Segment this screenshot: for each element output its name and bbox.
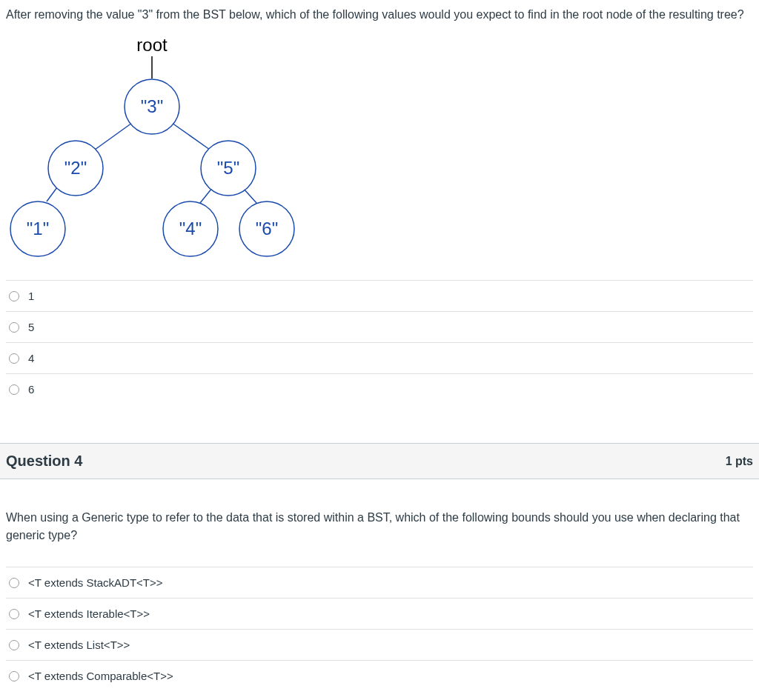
question-4-header: Question 4 1 pts	[0, 444, 759, 479]
root-label: root	[136, 35, 168, 55]
radio-icon[interactable]	[9, 322, 19, 333]
svg-line-1	[95, 123, 132, 150]
bst-diagram: root "3" "2" "5" "1" "4"	[6, 33, 753, 265]
svg-text:"2": "2"	[64, 158, 87, 178]
answer-label: <T extends List<T>>	[28, 639, 130, 651]
answer-option[interactable]: 4	[6, 343, 753, 374]
answer-option[interactable]: <T extends Comparable<T>>	[6, 661, 753, 691]
question-separator	[0, 410, 759, 444]
question-3-answers: 1 5 4 6	[6, 280, 753, 404]
answer-option[interactable]: 5	[6, 312, 753, 343]
answer-option[interactable]: <T extends List<T>>	[6, 630, 753, 661]
radio-icon[interactable]	[9, 671, 19, 681]
radio-icon[interactable]	[9, 353, 19, 364]
answer-option[interactable]: <T extends StackADT<T>>	[6, 567, 753, 599]
answer-option[interactable]: <T extends Iterable<T>>	[6, 599, 753, 630]
radio-icon[interactable]	[9, 291, 19, 301]
answer-label: <T extends Comparable<T>>	[28, 670, 173, 682]
question-3-text: After removing the value "3" from the BS…	[6, 6, 753, 24]
question-4-text: When using a Generic type to refer to th…	[6, 509, 753, 544]
svg-text:"1": "1"	[27, 219, 49, 239]
svg-text:"3": "3"	[141, 96, 163, 116]
question-4-answers: <T extends StackADT<T>> <T extends Itera…	[6, 567, 753, 691]
svg-text:"6": "6"	[256, 219, 278, 239]
question-4-points: 1 pts	[726, 455, 753, 468]
answer-label: 6	[28, 383, 34, 396]
answer-label: 5	[28, 321, 34, 333]
answer-option[interactable]: 6	[6, 374, 753, 404]
answer-label: 1	[28, 290, 34, 302]
question-3-block: After removing the value "3" from the BS…	[0, 0, 759, 410]
answer-label: 4	[28, 352, 34, 364]
radio-icon[interactable]	[9, 609, 19, 619]
svg-text:"4": "4"	[179, 219, 202, 239]
question-4-title: Question 4	[6, 453, 82, 470]
radio-icon[interactable]	[9, 578, 19, 588]
svg-line-4	[200, 188, 212, 203]
answer-label: <T extends StackADT<T>>	[28, 576, 162, 589]
question-4-block: When using a Generic type to refer to th…	[0, 479, 759, 697]
answer-option[interactable]: 1	[6, 281, 753, 312]
radio-icon[interactable]	[9, 640, 19, 650]
radio-icon[interactable]	[9, 384, 19, 395]
answer-label: <T extends Iterable<T>>	[28, 607, 150, 620]
svg-text:"5": "5"	[217, 158, 239, 178]
svg-line-2	[172, 123, 210, 150]
